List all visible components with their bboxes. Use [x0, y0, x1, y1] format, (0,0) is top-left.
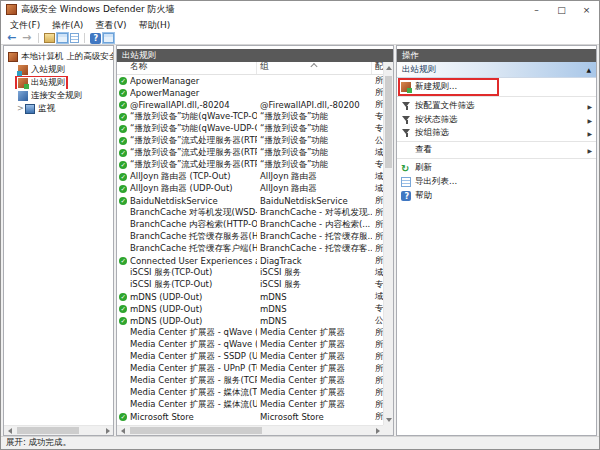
column-header-profile[interactable]: 配置文... [372, 62, 383, 74]
actions-list: 新建规则... 按配置文件筛选 ▶ [397, 78, 596, 203]
menu-item[interactable]: 帮助(H) [133, 19, 177, 32]
rule-row[interactable]: Media Center 扩展器 - 媒体流(UDP-O... Media Ce… [117, 399, 383, 411]
rule-row[interactable]: AllJoyn 路由器 (TCP-Out) AllJoyn 路由器 域, 专用 [117, 171, 383, 183]
rule-profile: 所有 [372, 231, 383, 243]
rule-row[interactable]: “播放到设备”功能(qWave-UDP-Out) “播放到设备”功能 专用, 公 [117, 123, 383, 135]
action-item[interactable]: 按组筛选 ▶ [397, 127, 596, 142]
help-icon[interactable] [90, 33, 101, 44]
rule-row[interactable]: Connected User Experiences and Tel... Di… [117, 255, 383, 267]
export-list-icon[interactable] [70, 33, 79, 43]
console-tree-icon[interactable] [57, 33, 68, 43]
rule-row[interactable]: Media Center 扩展器 - 媒体流(TCP-Out) Media Ce… [117, 387, 383, 399]
action-item[interactable]: 导出列表... [397, 175, 596, 189]
scroll-left-icon[interactable] [117, 426, 128, 435]
rule-enabled-icon [119, 353, 127, 361]
forward-icon[interactable] [20, 32, 33, 44]
minimize-button[interactable]: – [524, 1, 549, 18]
menu-item[interactable]: 操作(A) [46, 19, 89, 32]
rule-enabled-icon [119, 365, 127, 373]
rule-row[interactable]: “播放到设备”流式处理服务器(RTP-Strea... “播放到设备”功能 域 [117, 147, 383, 159]
menu-item[interactable]: 文件(F) [4, 19, 46, 32]
rule-row[interactable]: BranchCache 托管缓存服务器(HTTP-O... BranchCach… [117, 231, 383, 243]
toolbar-separator [84, 33, 85, 43]
list-vertical-scrollbar[interactable] [383, 62, 393, 425]
scroll-left-icon[interactable] [4, 426, 15, 435]
rule-enabled-icon [119, 89, 127, 97]
action-item[interactable]: 新建规则... [397, 80, 596, 97]
action-pane-icon[interactable] [103, 33, 114, 43]
rule-row[interactable]: mDNS (UDP-Out) mDNS 公用 [117, 315, 383, 327]
list-pane-title: 出站规则 [117, 49, 393, 62]
rule-group: iSCSI 服务 [257, 279, 372, 291]
scroll-down-icon[interactable] [384, 414, 393, 425]
tree-item-content: 入站规则 [17, 64, 66, 76]
scroll-right-icon[interactable] [372, 426, 383, 435]
rule-group: “播放到设备”功能 [257, 135, 372, 147]
action-item[interactable]: 查看 ▶ [397, 144, 596, 159]
column-header-name[interactable]: 名称 [117, 62, 257, 74]
rule-row[interactable]: “播放到设备”流式处理服务器(RTP-Strea... “播放到设备”功能 公用 [117, 135, 383, 147]
scroll-right-icon[interactable] [102, 426, 113, 435]
tree-item[interactable]: 入站规则 [4, 63, 113, 76]
actions-pane-title: 操作 [397, 49, 596, 62]
rule-row[interactable]: @FirewallAPI.dll,-80204 @FirewallAPI.dll… [117, 99, 383, 111]
maximize-button[interactable]: □ [549, 1, 574, 18]
rule-profile: 所有 [372, 411, 383, 423]
tree-item[interactable]: 出站规则 [4, 76, 113, 89]
menu-item[interactable]: 查看(V) [89, 19, 132, 32]
submenu-arrow-icon: ▶ [587, 130, 592, 137]
collapse-section-icon[interactable]: ▲ [586, 66, 591, 73]
rule-row[interactable]: “播放到设备”流式处理服务器(RTP-Strea... “播放到设备”功能 专用 [117, 159, 383, 171]
tree-item[interactable]: 连接安全规则 [4, 89, 113, 102]
up-icon[interactable] [44, 33, 55, 43]
rule-row[interactable]: “播放到设备”功能(qWave-TCP-Out) “播放到设备”功能 专用, 公 [117, 111, 383, 123]
scrollbar-thumb[interactable] [130, 427, 262, 434]
scrollbar-thumb[interactable] [385, 76, 392, 168]
rule-row[interactable]: iSCSI 服务(TCP-Out) iSCSI 服务 专用, 公 [117, 279, 383, 291]
action-item[interactable]: 按状态筛选 ▶ [397, 113, 596, 127]
tree-horizontal-scrollbar[interactable] [4, 425, 113, 435]
rule-row[interactable]: mDNS (UDP-Out) mDNS 域 [117, 291, 383, 303]
rule-group: BranchCache - 对等机发现... [257, 207, 372, 219]
rule-row[interactable]: mDNS (UDP-Out) mDNS 专用 [117, 303, 383, 315]
tree-item-label: 本地计算机 上的高级安全 Win [21, 51, 113, 63]
scroll-up-icon[interactable] [384, 62, 393, 73]
action-item[interactable]: 按配置文件筛选 ▶ [397, 99, 596, 113]
rule-row[interactable]: Microsoft Store Microsoft Store 所有 [117, 411, 383, 423]
rule-row[interactable]: ApowerManager 所有 [117, 87, 383, 99]
column-header-group[interactable]: 组 [257, 62, 372, 74]
rule-row[interactable]: BranchCache 对等机发现(WSD-Out) BranchCache -… [117, 207, 383, 219]
rule-enabled-icon [119, 209, 127, 217]
rule-row[interactable]: AllJoyn 路由器 (UDP-Out) AllJoyn 路由器 域, 专用 [117, 183, 383, 195]
back-icon[interactable] [5, 32, 18, 44]
rule-row[interactable]: iSCSI 服务(TCP-Out) iSCSI 服务 域 [117, 267, 383, 279]
rule-enabled-icon [119, 197, 127, 205]
filter-icon [401, 128, 411, 138]
rule-row[interactable]: BranchCache 内容检索(HTTP-Out) BranchCache -… [117, 219, 383, 231]
rule-profile: 所有 [372, 339, 383, 351]
action-item[interactable]: 帮助 [397, 189, 596, 203]
rule-row[interactable]: Media Center 扩展器 - UPnP (TCP-Out) Media … [117, 363, 383, 375]
rule-row[interactable]: BranchCache 托管缓存客户端(HTTP-O... BranchCach… [117, 243, 383, 255]
rule-group: DiagTrack [257, 256, 372, 266]
export-list-icon [401, 177, 411, 187]
scrollbar-thumb[interactable] [17, 427, 79, 434]
expander-icon[interactable]: > [17, 104, 24, 113]
close-button[interactable]: × [574, 1, 599, 18]
tree-item[interactable]: > 监视 [4, 102, 113, 115]
actions-section-header[interactable]: 出站规则 ▲ [397, 62, 596, 78]
rule-row[interactable]: BaiduNetdiskService BaiduNetdiskService … [117, 195, 383, 207]
rule-name: Media Center 扩展器 - SSDP (UDP-Out) [130, 351, 257, 363]
action-item[interactable]: 刷新 [397, 161, 596, 175]
rule-profile: 域, 专用 [372, 183, 383, 195]
rule-row[interactable]: ApowerManager 所有 [117, 75, 383, 87]
list-horizontal-scrollbar[interactable] [117, 425, 383, 435]
rule-row[interactable]: Media Center 扩展器 - 服务(TCP-Out) Media Cen… [117, 375, 383, 387]
rule-row[interactable]: Media Center 扩展器 - qWave (UDP-... Media … [117, 339, 383, 351]
rule-row[interactable]: Media Center 扩展器 - SSDP (UDP-Out) Media … [117, 351, 383, 363]
rule-profile: 域 [372, 147, 383, 159]
rule-row[interactable]: Media Center 扩展器 - qWave (TCP-O... Media… [117, 327, 383, 339]
action-item-content: 按状态筛选 [400, 114, 459, 126]
tree-item[interactable]: 本地计算机 上的高级安全 Win [4, 50, 113, 63]
rule-enabled-icon [119, 281, 127, 289]
